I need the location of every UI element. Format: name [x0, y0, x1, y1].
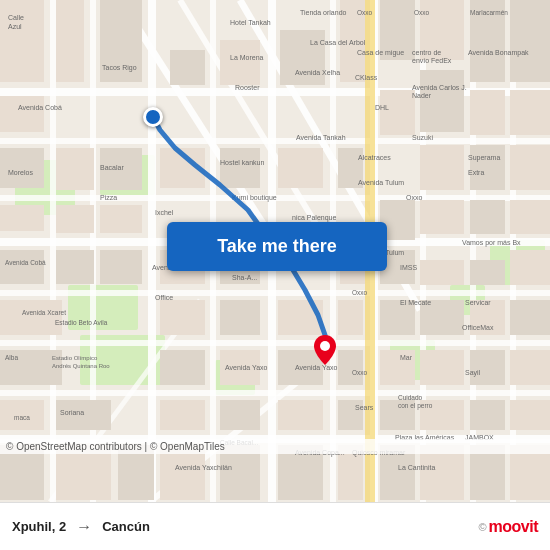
svg-text:Tienda orlando: Tienda orlando	[300, 9, 347, 16]
moovit-logo: moovit	[489, 518, 538, 536]
svg-rect-72	[510, 145, 550, 190]
svg-text:Andrés Quintana Roo: Andrés Quintana Roo	[52, 363, 110, 369]
svg-text:La Casa del Arbol: La Casa del Arbol	[310, 39, 366, 46]
svg-rect-58	[56, 205, 94, 233]
svg-text:Alcatraces: Alcatraces	[358, 154, 391, 161]
svg-rect-94	[510, 300, 550, 335]
svg-rect-56	[510, 90, 550, 135]
svg-rect-90	[338, 350, 363, 385]
svg-text:DHL: DHL	[375, 104, 389, 111]
svg-rect-95	[420, 350, 464, 385]
svg-text:Estadio Beto Avila: Estadio Beto Avila	[55, 319, 108, 326]
svg-rect-36	[0, 96, 44, 132]
svg-rect-101	[510, 400, 550, 430]
svg-rect-107	[278, 400, 323, 430]
svg-text:Pizza: Pizza	[100, 194, 117, 201]
svg-rect-76	[510, 200, 550, 234]
svg-text:Avenida Yaxchilán: Avenida Yaxchilán	[175, 464, 232, 471]
svg-text:Avenida Cobá: Avenida Cobá	[5, 259, 46, 266]
svg-text:Tacos Rigo: Tacos Rigo	[102, 64, 137, 72]
svg-rect-40	[220, 40, 260, 85]
svg-text:Marlacarmén: Marlacarmén	[470, 9, 508, 16]
svg-text:nica Palenque: nica Palenque	[292, 214, 336, 222]
svg-text:Nader: Nader	[412, 92, 432, 99]
svg-text:Cuidado: Cuidado	[398, 394, 423, 401]
svg-rect-97	[510, 350, 550, 385]
svg-text:Sears: Sears	[355, 404, 374, 411]
to-location-label: Cancún	[102, 519, 150, 534]
svg-text:Avenida Yaxo: Avenida Yaxo	[225, 364, 268, 371]
svg-text:Servicar: Servicar	[465, 299, 491, 306]
svg-rect-71	[470, 145, 505, 190]
svg-text:Avenida Xelha: Avenida Xelha	[295, 69, 340, 76]
svg-rect-46	[56, 148, 94, 190]
svg-text:Estadio Olímpico: Estadio Olímpico	[52, 355, 98, 361]
svg-text:Alba: Alba	[5, 354, 18, 361]
svg-rect-78	[420, 260, 464, 285]
svg-rect-48	[160, 148, 205, 188]
svg-rect-52	[380, 90, 415, 135]
svg-text:Avenida Bonampak: Avenida Bonampak	[468, 49, 529, 57]
svg-text:Avenida Yaxo: Avenida Yaxo	[295, 364, 338, 371]
svg-text:Casa de migue: Casa de migue	[357, 49, 404, 57]
svg-rect-85	[160, 400, 205, 430]
svg-rect-62	[0, 300, 62, 335]
attribution-text: © OpenStreetMap contributors | © OpenMap…	[6, 441, 225, 452]
svg-rect-80	[510, 250, 550, 285]
svg-text:Kumi boutique: Kumi boutique	[232, 194, 277, 202]
app-container: Calle Azul Avenida Cobá Morelos Avenida …	[0, 0, 550, 550]
origin-marker	[143, 107, 163, 127]
svg-rect-53	[420, 70, 464, 132]
svg-text:Superama: Superama	[468, 154, 500, 162]
svg-text:IMSS: IMSS	[400, 264, 417, 271]
svg-rect-55	[510, 0, 550, 82]
svg-text:Avenida Cobá: Avenida Cobá	[18, 104, 62, 111]
svg-rect-19	[148, 0, 156, 502]
svg-text:Oxxo: Oxxo	[352, 369, 368, 376]
svg-rect-82	[220, 300, 260, 335]
arrow-right-icon: →	[76, 518, 92, 536]
svg-text:Morelos: Morelos	[8, 169, 33, 176]
svg-text:Vamos por más Bx: Vamos por más Bx	[462, 239, 521, 247]
svg-rect-38	[0, 205, 44, 231]
svg-rect-70	[420, 145, 464, 190]
svg-rect-54	[470, 90, 505, 135]
svg-rect-74	[420, 200, 464, 234]
svg-text:Avenida Carlos J.: Avenida Carlos J.	[412, 84, 467, 91]
svg-text:Oxxo: Oxxo	[352, 289, 368, 296]
svg-rect-61	[100, 250, 142, 284]
svg-text:Oxxo: Oxxo	[357, 9, 373, 16]
svg-text:con el perro: con el perro	[398, 402, 433, 410]
map-attribution: © OpenStreetMap contributors | © OpenMap…	[0, 439, 550, 454]
svg-rect-34	[56, 0, 84, 82]
svg-text:Extra: Extra	[468, 169, 484, 176]
take-me-there-button[interactable]: Take me there	[167, 222, 387, 271]
svg-rect-39	[170, 50, 205, 85]
svg-text:El Mecate: El Mecate	[400, 299, 431, 306]
svg-text:Office: Office	[155, 294, 173, 301]
svg-rect-37	[0, 148, 44, 188]
svg-rect-83	[160, 350, 205, 385]
svg-text:Ixchel: Ixchel	[155, 209, 174, 216]
svg-rect-89	[338, 300, 363, 335]
moovit-copyright: ©	[478, 521, 486, 533]
bottom-navigation-bar: Xpuhil, 2 → Cancún © moovit	[0, 502, 550, 550]
svg-text:Hotel Tankah: Hotel Tankah	[230, 19, 271, 26]
svg-rect-81	[160, 300, 205, 335]
svg-text:OfficeMax: OfficeMax	[462, 324, 494, 331]
svg-text:Calle: Calle	[8, 14, 24, 21]
svg-rect-100	[470, 400, 505, 430]
svg-text:La Cantinita: La Cantinita	[398, 464, 435, 471]
svg-rect-87	[278, 300, 323, 335]
svg-rect-50	[278, 148, 323, 188]
svg-text:Soriana: Soriana	[60, 409, 84, 416]
svg-text:CKlass: CKlass	[355, 74, 378, 81]
moovit-logo-area: © moovit	[478, 518, 538, 536]
svg-text:Avenida Tankah: Avenida Tankah	[296, 134, 346, 141]
svg-text:Sha-A...: Sha-A...	[232, 274, 257, 281]
svg-text:centro de: centro de	[412, 49, 441, 56]
svg-text:Hostel kankun: Hostel kankun	[220, 159, 264, 166]
svg-text:Oxxo: Oxxo	[406, 194, 422, 201]
svg-text:envío FedEx: envío FedEx	[412, 57, 452, 64]
svg-rect-33	[0, 0, 44, 82]
